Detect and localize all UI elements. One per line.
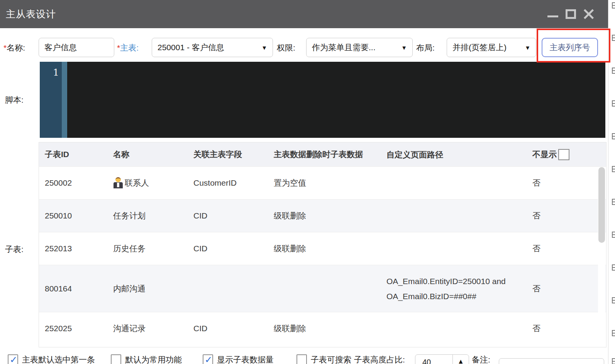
close-button[interactable]	[580, 0, 597, 28]
default-select-first-checkbox[interactable]	[8, 354, 18, 364]
col-header-on-delete: 主表数据删除时子表数据	[274, 149, 386, 160]
table-row[interactable]: 250002 联系人 CustomerID 置为空值 否	[39, 166, 606, 199]
table-row[interactable]: 252025 沟通记录 CID 级联删除 否	[39, 312, 606, 345]
bg-text-fragment	[612, 133, 615, 139]
bg-text-fragment	[612, 166, 615, 172]
name-label: *名称:	[3, 42, 25, 53]
col-header-custom-path: 自定义页面路径	[386, 147, 532, 162]
bg-text-fragment	[612, 68, 615, 74]
bg-text-fragment	[612, 2, 615, 8]
permission-label: 权限:	[277, 42, 295, 53]
default-common-function-checkbox[interactable]	[111, 354, 121, 364]
bg-text-fragment	[612, 330, 615, 336]
editor-fold-strip	[62, 62, 67, 138]
name-input[interactable]: 客户信息	[39, 38, 114, 57]
dialog-titlebar: 主从表设计	[0, 0, 608, 28]
col-header-id: 子表ID	[39, 149, 113, 160]
table-scrollbar[interactable]	[598, 167, 605, 347]
height-ratio-label: 子表高度占比:	[354, 354, 405, 364]
stepper-up-icon[interactable]: ▲	[452, 355, 469, 364]
chevron-down-icon: ▼	[261, 44, 267, 51]
minimize-button[interactable]	[544, 0, 561, 28]
height-ratio-stepper[interactable]: 40 ▲	[415, 354, 469, 364]
main-table-column-order-button[interactable]: 主表列序号	[542, 38, 598, 57]
table-row[interactable]: 252013 历史任务 CID 级联删除 否	[39, 232, 606, 265]
default-select-first-checkbox-group: 主表默认选中第一条	[8, 354, 95, 364]
maximize-button[interactable]	[562, 0, 579, 28]
maximize-icon	[566, 9, 576, 19]
script-label: 脚本:	[5, 95, 24, 105]
subtable: 子表ID 名称 关联主表字段 主表数据删除时子表数据 自定义页面路径 不显示 2…	[39, 142, 607, 347]
scrollbar-thumb[interactable]	[598, 167, 605, 243]
table-row[interactable]: 250010 任务计划 CID 级联删除 否	[39, 199, 606, 232]
subtable-label: 子表:	[5, 244, 24, 255]
height-ratio-value: 40	[415, 355, 452, 364]
permission-select[interactable]: 作为菜单且需要... ▼	[306, 38, 413, 57]
chevron-down-icon: ▼	[525, 44, 530, 51]
remark-label: 备注:	[472, 354, 490, 364]
show-subtable-count-checkbox-group: 显示子表数据量	[203, 354, 274, 364]
bg-text-fragment	[612, 264, 615, 271]
show-subtable-count-checkbox[interactable]	[203, 354, 213, 364]
subtable-header-row: 子表ID 名称 关联主表字段 主表数据删除时子表数据 自定义页面路径 不显示	[39, 142, 606, 166]
bg-text-fragment	[612, 297, 615, 303]
script-editor[interactable]: 1	[40, 62, 605, 138]
bg-text-fragment	[612, 100, 615, 107]
bg-text-fragment	[612, 232, 615, 238]
dialog-title: 主从表设计	[6, 8, 56, 20]
background-page-edge	[608, 0, 615, 364]
default-common-function-checkbox-group: 默认为常用功能	[111, 354, 182, 364]
hide-all-checkbox[interactable]	[558, 149, 569, 160]
bg-text-fragment	[612, 35, 615, 41]
col-header-hidden: 不显示	[532, 149, 590, 160]
chevron-down-icon: ▼	[401, 44, 407, 51]
layout-label: 布局:	[416, 42, 435, 53]
remark-input[interactable]	[499, 358, 604, 364]
bg-text-fragment	[612, 199, 615, 205]
main-table-select[interactable]: 250001 - 客户信息 ▼	[152, 38, 273, 57]
subtable-searchable-checkbox[interactable]	[296, 354, 307, 364]
layout-select[interactable]: 并排(页签居上) ▼	[447, 38, 536, 57]
col-header-link-field: 关联主表字段	[193, 149, 274, 160]
main-table-label: *主表:	[117, 42, 139, 53]
person-in-suit-icon	[113, 177, 123, 189]
bg-text-fragment	[612, 358, 615, 364]
col-header-name: 名称	[113, 149, 193, 160]
minimize-icon	[547, 15, 558, 17]
editor-line-number: 1	[40, 67, 59, 78]
table-row[interactable]: 800164 内邮沟通 OA_Email0.EntityID=250010 an…	[39, 265, 606, 312]
subtable-searchable-checkbox-group: 子表可搜索	[296, 354, 351, 364]
